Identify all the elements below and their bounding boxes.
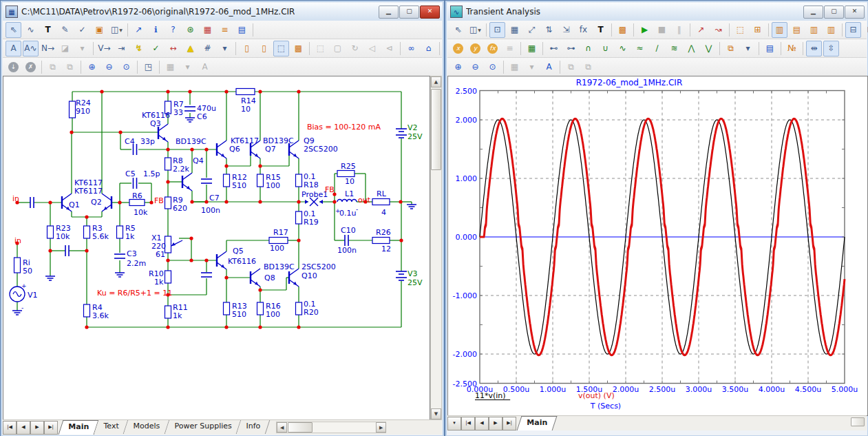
maximize-button[interactable]: ▢ — [824, 6, 844, 19]
clipboard-icon[interactable]: ⧉ — [723, 41, 739, 56]
tab-info[interactable]: Info — [237, 420, 270, 434]
global-high-icon[interactable]: ⋀ — [684, 41, 699, 56]
minimize-button[interactable]: ▁ — [803, 6, 823, 19]
tab-main[interactable]: Main — [59, 420, 99, 435]
scale-mode[interactable]: ⊡ — [489, 22, 505, 38]
scroll-down-button[interactable]: ▼ — [431, 408, 441, 419]
box-region-icon[interactable]: ⬚ — [313, 41, 328, 56]
stop-button[interactable]: ■ — [654, 22, 670, 38]
go-to-performance-icon[interactable]: ▦ — [524, 41, 540, 56]
page-flip-icon[interactable]: ◳ — [140, 59, 156, 75]
zoom-in-icon[interactable]: ⊕ — [84, 59, 100, 75]
animate-options-icon[interactable]: ↗ — [693, 22, 709, 38]
bring-front-icon[interactable]: ⧉ — [45, 59, 61, 75]
probe-dropdown[interactable]: ▾ — [74, 41, 90, 56]
show-conditions[interactable]: ✓ — [148, 41, 164, 56]
low-icon[interactable]: ≈ — [632, 41, 648, 56]
schematic-titlebar[interactable]: ▦ C:\MC11\DATA\Petrov\R1972-06\original\… — [3, 3, 442, 21]
font-icon[interactable]: A — [197, 59, 213, 75]
plot-group-3[interactable]: ▥ — [806, 22, 822, 38]
send-back-icon[interactable]: ⧉ — [62, 59, 78, 75]
vertical-scale-mode[interactable]: ⇅ — [541, 22, 557, 38]
window-list-icon[interactable]: ≡ — [217, 22, 233, 38]
analysis-titlebar[interactable]: ∿ Transient Analysis ▁ ▢ ✕ — [447, 3, 867, 21]
select-rectangle-icon[interactable]: ⬚ — [273, 41, 289, 56]
run-button[interactable]: ▶ — [637, 22, 653, 38]
ruler-icon[interactable]: ⊞ — [750, 22, 765, 38]
vertical-cursor-mode[interactable]: ⇳ — [823, 41, 839, 56]
cursor-y-icon[interactable]: y — [467, 41, 483, 56]
zoom-100-icon[interactable]: ⊙ — [118, 59, 134, 75]
analysis-hscroll-thumb[interactable] — [851, 417, 865, 426]
polygon-mode[interactable]: ✓ — [74, 22, 90, 38]
line-mode[interactable]: ✎ — [57, 22, 73, 38]
schematic-canvas[interactable]: R24910KT6116Q3R733470uC6C433pBD139CQ4R82… — [3, 76, 430, 422]
zoom-100-icon[interactable]: ⊙ — [485, 59, 500, 75]
plot-group-4[interactable]: ▥ — [823, 22, 839, 38]
valley-icon[interactable]: ∪ — [597, 41, 613, 56]
select-tool[interactable]: ⇖ — [6, 22, 21, 38]
point-tag-mode[interactable]: ⇲ — [558, 22, 574, 38]
tile-dropdown[interactable]: ▾ — [524, 59, 540, 75]
info-icon[interactable]: ℹ — [148, 22, 164, 38]
hscroll-right-button[interactable]: ▶ — [376, 422, 386, 433]
properties-icon[interactable]: ▩ — [615, 22, 631, 38]
next-data-point[interactable]: ⊷ — [546, 41, 562, 56]
rotate-icon[interactable]: ↻ — [347, 41, 363, 56]
horizontal-axis-icon[interactable]: ⊟ — [845, 22, 861, 38]
notes-icon[interactable]: ▤ — [234, 22, 250, 38]
slope-icon[interactable]: ∕ — [649, 41, 665, 56]
find-component-icon[interactable]: ∞ — [403, 41, 419, 56]
link-icon[interactable]: ⊛ — [182, 22, 198, 38]
grid-toggle[interactable]: # — [200, 41, 215, 56]
maximize-button[interactable]: ▢ — [399, 6, 419, 19]
tile-dropdown[interactable]: ▾ — [180, 59, 195, 75]
show-warnings-icon[interactable]: ▲ — [182, 41, 198, 56]
plot-group-1[interactable]: ▥ — [772, 22, 787, 38]
inflection-icon[interactable]: ≋ — [666, 41, 682, 56]
show-attribute-text[interactable]: A — [6, 41, 21, 56]
show-pin-connections[interactable]: ↔ — [165, 41, 181, 56]
component-mode[interactable]: ◫▼ — [467, 22, 483, 38]
picture-mode[interactable]: ▣ — [92, 22, 107, 38]
tab-main[interactable]: Main — [517, 416, 558, 430]
prev-page-button[interactable]: ◀ — [17, 421, 30, 435]
border-icon[interactable]: ▯ — [239, 41, 255, 56]
last-page-button[interactable]: ▶| — [44, 421, 58, 435]
show-power[interactable]: ↯ — [131, 41, 147, 56]
tab-text[interactable]: Text — [94, 420, 129, 434]
component-mode[interactable]: ◫▼ — [109, 22, 125, 38]
show-currents[interactable]: ⇥ — [114, 41, 129, 56]
flip-y-icon[interactable]: ⊲ — [381, 41, 397, 56]
first-page-button[interactable]: |◀ — [461, 417, 475, 430]
value-tag-icon[interactable]: № — [784, 41, 800, 56]
tab-power-supplies[interactable]: Power Supplies — [165, 420, 242, 434]
title-block-icon[interactable]: ▯ — [256, 41, 272, 56]
show-values[interactable]: A∿ — [23, 41, 39, 56]
numeric-output-icon[interactable]: ▤ — [762, 41, 778, 56]
global-low-icon[interactable]: ⋁ — [701, 41, 717, 56]
pan-mode[interactable]: ⤢ — [524, 22, 540, 38]
scroll-thumb[interactable] — [431, 89, 441, 170]
next-page-button[interactable]: ▶ — [30, 421, 44, 435]
bill-of-materials-icon[interactable]: ▦ — [200, 22, 215, 38]
schematic-vscrollbar[interactable]: ▲ ▼ — [430, 76, 442, 420]
flip-x-icon[interactable]: ◁ — [364, 41, 380, 56]
schematic-hscrollbar[interactable]: ◀ ▶ — [276, 422, 386, 433]
last-page-button[interactable]: ▶| — [502, 417, 516, 430]
copy-front-icon[interactable]: ⧉ — [563, 59, 579, 75]
font-icon[interactable]: A — [541, 59, 557, 75]
show-probe[interactable]: ◪ — [57, 41, 73, 56]
graph-paper-icon[interactable]: ▦ — [507, 22, 522, 38]
close-file-icon[interactable]: ✗ — [23, 59, 39, 75]
step-down-icon[interactable]: ↓ — [6, 59, 21, 75]
search-icon[interactable]: ⌂ — [421, 41, 436, 56]
scroll-up-button[interactable]: ▲ — [431, 76, 441, 87]
properties-icon[interactable]: ▩ — [290, 41, 306, 56]
next-page-button[interactable]: ▶ — [489, 417, 502, 430]
hscroll-left-button[interactable]: ◀ — [277, 422, 287, 433]
page-list-button[interactable]: ▾ — [447, 417, 461, 430]
clipboard-dropdown[interactable]: ▾ — [740, 41, 756, 56]
cursor-fx-icon[interactable]: fx — [485, 41, 500, 56]
help-mode[interactable]: ? — [165, 22, 181, 38]
